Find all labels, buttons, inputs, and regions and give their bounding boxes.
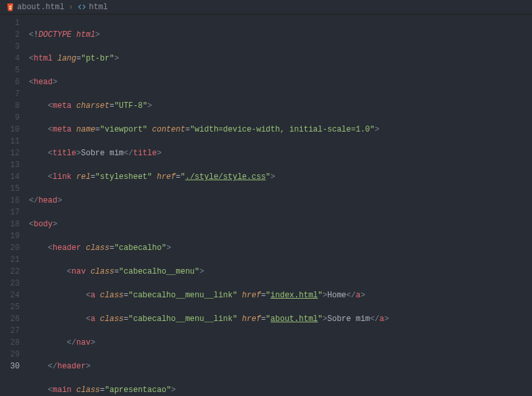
code-editor[interactable]: 1 2 3 4 5 6 7 8 9 10 11 12 13 14 15 16 1… [0,14,532,396]
code-line: <main class="apresentacao"> [29,384,532,396]
line-number: 25 [0,301,20,313]
code-line: <a class="cabecalho__menu__link" href="i… [29,289,532,301]
line-number: 12 [0,147,20,159]
code-line: <link rel="stylesheet" href="./style/sty… [29,171,532,183]
code-line: </head> [29,195,532,207]
line-number: 30 [0,360,20,372]
line-number: 14 [0,171,20,183]
line-number: 6 [0,76,20,88]
line-number: 5 [0,64,20,76]
chevron-right-icon: › [68,3,73,12]
breadcrumb: about.html › html [0,0,532,14]
line-number: 29 [0,349,20,360]
line-number: 28 [0,337,20,349]
code-line: <body> [29,218,532,230]
breadcrumb-file-label: about.html [17,3,64,12]
code-line: <a class="cabecalho__menu__link" href="a… [29,313,532,325]
line-number: 22 [0,266,20,278]
line-number: 26 [0,313,20,325]
code-line: <nav class="cabecalho__menu"> [29,266,532,278]
line-number: 3 [0,41,20,53]
code-area[interactable]: <!DOCTYPE html> <html lang="pt-br"> <hea… [29,14,532,396]
line-number: 7 [0,88,20,100]
line-number: 19 [0,230,20,242]
line-number: 11 [0,136,20,147]
code-line: </header> [29,360,532,372]
breadcrumb-file[interactable]: about.html [5,3,64,12]
code-line: <head> [29,76,532,88]
line-number: 16 [0,195,20,207]
breadcrumb-symbol-label: html [89,3,108,12]
line-number: 13 [0,159,20,171]
code-icon [77,3,86,12]
code-line: <!DOCTYPE html> [29,29,532,41]
code-line: <meta name="viewport" content="width=dev… [29,124,532,136]
line-number-gutter: 1 2 3 4 5 6 7 8 9 10 11 12 13 14 15 16 1… [0,14,29,396]
code-line: <meta charset="UTF-8"> [29,100,532,112]
line-number: 15 [0,183,20,195]
code-line: </nav> [29,337,532,349]
line-number: 27 [0,325,20,337]
line-number: 17 [0,207,20,218]
line-number: 1 [0,17,20,29]
breadcrumb-symbol[interactable]: html [77,3,108,12]
html5-icon [5,3,14,12]
line-number: 2 [0,29,20,41]
code-line: <title>Sobre mim</title> [29,147,532,159]
line-number: 4 [0,53,20,64]
line-number: 23 [0,278,20,289]
line-number: 24 [0,289,20,301]
line-number: 18 [0,218,20,230]
code-line: <header class="cabecalho"> [29,242,532,254]
line-number: 8 [0,100,20,112]
line-number: 9 [0,112,20,124]
line-number: 21 [0,254,20,266]
code-line: <html lang="pt-br"> [29,53,532,64]
line-number: 20 [0,242,20,254]
line-number: 10 [0,124,20,136]
